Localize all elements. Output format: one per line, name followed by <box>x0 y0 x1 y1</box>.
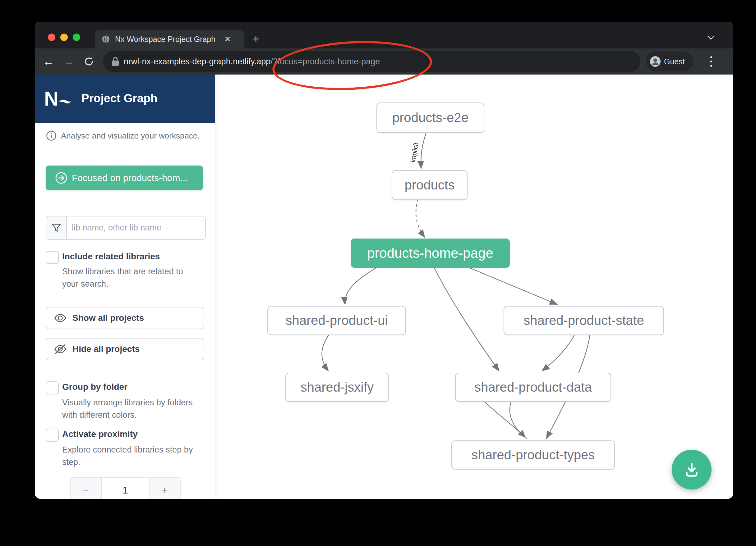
back-button[interactable]: ← <box>42 55 55 68</box>
avatar-icon <box>650 56 661 67</box>
sidebar: N Project Graph Analyse and visualize yo… <box>35 75 215 499</box>
eye-off-icon <box>54 344 67 354</box>
browser-tab-bar: Nx Workspace Project Graph ✕ + <box>35 22 733 48</box>
tab-search-chevron-icon[interactable] <box>706 35 716 41</box>
include-related-checkbox[interactable] <box>46 251 59 264</box>
reload-button[interactable] <box>83 55 95 68</box>
edge-label-implicit: implicit <box>409 142 420 163</box>
edge-e2e-products <box>421 132 426 168</box>
filter-box <box>46 216 206 240</box>
info-icon <box>46 131 57 141</box>
include-related-label: Include related libraries <box>62 252 160 262</box>
proximity-stepper: − 1 + <box>70 477 181 499</box>
group-by-folder-checkbox[interactable] <box>46 381 59 394</box>
url-domain: nrwl-nx-examples-dep-graph.netlify.app <box>124 57 270 66</box>
app-title: Project Graph <box>81 92 158 105</box>
edge-homepage-state <box>466 267 557 304</box>
hide-all-projects-button[interactable]: Hide all projects <box>46 338 204 360</box>
edge-products-homepage <box>416 199 425 237</box>
close-window-button[interactable] <box>48 34 55 41</box>
edge-ui-jsxify <box>322 334 330 371</box>
globe-favicon-icon <box>101 35 110 44</box>
focused-on-label: Focused on products-hom... <box>72 173 188 183</box>
url-text: nrwl-nx-examples-dep-graph.netlify.app/?… <box>124 57 380 67</box>
download-image-button[interactable] <box>672 450 712 489</box>
url-bar[interactable]: nrwl-nx-examples-dep-graph.netlify.app/?… <box>103 51 640 72</box>
stepper-increment-button[interactable]: + <box>149 478 180 499</box>
new-tab-button[interactable]: + <box>252 34 259 44</box>
group-by-folder-label: Group by folder <box>62 382 127 392</box>
edge-state-data <box>542 334 575 371</box>
tagline-row: Analyse and visualize your workspace. <box>46 131 200 141</box>
activate-proximity-label: Activate proximity <box>62 429 138 439</box>
close-tab-icon[interactable]: ✕ <box>224 34 231 44</box>
download-icon <box>682 460 701 479</box>
forward-button[interactable]: → <box>63 55 75 68</box>
tagline: Analyse and visualize your workspace. <box>61 131 200 141</box>
graph-node-shared-product-data[interactable]: shared-product-data <box>455 373 611 402</box>
browser-window: Nx Workspace Project Graph ✕ + ← → nrwl-… <box>35 22 733 499</box>
screenshot-root: Nx Workspace Project Graph ✕ + ← → nrwl-… <box>0 0 756 546</box>
lock-icon <box>111 57 119 67</box>
browser-tab[interactable]: Nx Workspace Project Graph ✕ <box>95 30 244 48</box>
funnel-icon <box>46 217 67 239</box>
profile-button[interactable]: Guest <box>646 52 693 71</box>
focused-on-button[interactable]: Focused on products-hom... <box>46 166 203 190</box>
profile-label: Guest <box>664 57 685 66</box>
hide-all-projects-label: Hide all projects <box>72 344 140 354</box>
sidebar-header: N Project Graph <box>35 75 215 123</box>
group-by-folder-desc: Visually arrange libraries by folders wi… <box>62 396 193 421</box>
stepper-value: 1 <box>102 478 149 499</box>
minimize-window-button[interactable] <box>60 34 68 41</box>
activate-proximity-desc: Explore connected libraries step by step… <box>62 443 193 468</box>
graph-node-shared-product-types[interactable]: shared-product-types <box>451 440 615 470</box>
nx-logo: N <box>44 88 73 110</box>
show-all-projects-button[interactable]: Show all projects <box>46 307 204 329</box>
graph-node-products[interactable]: products <box>392 170 468 200</box>
graph-node-shared-jsxify[interactable]: shared-jsxify <box>285 373 389 402</box>
browser-menu-button[interactable] <box>707 53 716 70</box>
graph-node-products-e2e[interactable]: products-e2e <box>376 103 484 133</box>
show-all-projects-label: Show all projects <box>72 313 144 323</box>
graph-node-shared-product-state[interactable]: shared-product-state <box>504 306 664 335</box>
edge-homepage-ui <box>345 267 379 304</box>
activate-proximity-checkbox[interactable] <box>46 429 59 442</box>
url-path: /?focus=products-home-page <box>270 57 380 66</box>
include-related-desc: Show libraries that are related to your … <box>62 265 183 290</box>
tab-title: Nx Workspace Project Graph <box>115 35 215 44</box>
browser-toolbar: ← → nrwl-nx-examples-dep-graph.netlify.a… <box>35 48 733 75</box>
eye-icon <box>54 313 67 323</box>
maximize-window-button[interactable] <box>73 34 80 41</box>
edge-homepage-data <box>434 267 499 371</box>
edge-data-types-2 <box>510 401 527 438</box>
page-content: N Project Graph Analyse and visualize yo… <box>35 75 733 499</box>
filter-input[interactable] <box>67 217 205 239</box>
arrow-right-circle-icon <box>55 172 67 184</box>
graph-node-products-home-page[interactable]: products-home-page <box>351 239 510 268</box>
stepper-decrement-button[interactable]: − <box>71 478 102 499</box>
svg-text:N: N <box>44 88 58 110</box>
graph-node-shared-product-ui[interactable]: shared-product-ui <box>267 306 406 335</box>
